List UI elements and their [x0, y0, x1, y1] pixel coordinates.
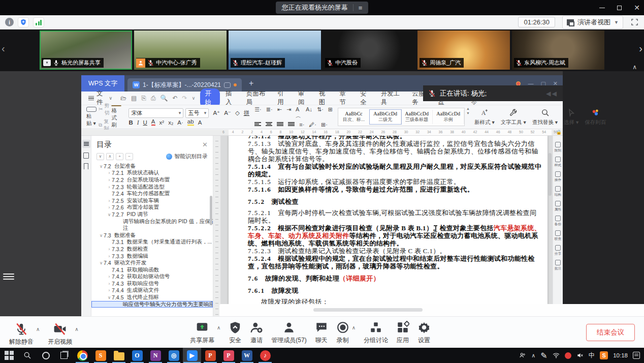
sidebar-tool-分享[interactable]: 分享 [554, 245, 562, 256]
开启视频-button[interactable]: 开启视频∧ [45, 318, 81, 346]
shield-icon[interactable] [18, 17, 29, 27]
smart-toc-button[interactable]: 智能识别目录 [166, 153, 208, 160]
align-center-icon[interactable] [266, 122, 272, 128]
taskbar-search-icon[interactable] [18, 348, 37, 363]
vertical-ruler[interactable] [213, 136, 221, 316]
distribute-icon[interactable]: ≡· [299, 122, 304, 128]
numbering-icon[interactable]: ≣· [266, 106, 273, 120]
font-name-select[interactable]: 宋体▾ [128, 108, 183, 118]
管理成员(57)-button[interactable]: 管理成员(57) [268, 317, 309, 345]
view-mode-selector[interactable]: 演讲者视图 ▼ [562, 16, 623, 29]
collapse-videos-icon[interactable]: ∧ [632, 64, 637, 71]
style-card[interactable]: AaBbCcDd二级无 [370, 110, 401, 124]
outline-scrollbar[interactable] [210, 196, 212, 225]
outline-toggle-icon[interactable]: ∨ [107, 212, 112, 217]
highlight-icon[interactable]: ab [187, 119, 194, 126]
scroll-left-icon[interactable]: ‹ [2, 43, 5, 54]
grow-font-icon[interactable]: A⁺ [213, 109, 220, 116]
align-left-icon[interactable] [254, 122, 261, 128]
wifi-icon[interactable] [553, 352, 560, 359]
outline-toggle-icon[interactable]: › [107, 170, 112, 175]
style-up-icon[interactable]: ▲ [466, 107, 470, 110]
outline-item[interactable]: ∨7.2.7PID 调节 [91, 211, 213, 218]
taskbar-word-icon[interactable]: W [238, 348, 256, 363]
underline-icon[interactable]: U [143, 119, 147, 126]
undo-icon[interactable]: ↶ [173, 95, 178, 102]
border-icon[interactable]: ⊞· [321, 122, 328, 128]
participant-tile[interactable]: 中汽股份 [323, 31, 415, 70]
end-meeting-button[interactable]: 结束会议 [586, 324, 635, 341]
banner-menu-icon[interactable]: ≡ [359, 5, 363, 11]
outline-item[interactable]: 7.4.1获取频响函数 [91, 266, 213, 274]
chevron-up-icon[interactable]: ∧ [36, 326, 40, 332]
outline-item[interactable]: ∨7.4.5迭代终止指标 [91, 294, 213, 301]
outline-item[interactable]: ›7.4.4生成驱动文件 [91, 287, 213, 294]
scroll-right-icon[interactable]: › [639, 43, 642, 54]
increase-indent-icon[interactable]: ⇥ [286, 106, 291, 120]
outline-toggle-icon[interactable]: › [107, 274, 112, 279]
outline-item[interactable]: 7.2.4车轮力传感器配置 [91, 190, 213, 197]
font-color-icon[interactable]: A [151, 119, 155, 126]
安全-button[interactable]: 安全 [226, 317, 245, 345]
sogou-tray-icon[interactable]: S [600, 351, 608, 359]
info-icon[interactable]: i [5, 18, 14, 26]
应用-button[interactable]: 应用 [393, 317, 412, 345]
subscript-icon[interactable]: x₂ [168, 119, 173, 126]
notification-center-icon[interactable] [633, 352, 640, 359]
录制-button[interactable]: 录制∧ [333, 317, 359, 345]
style-down-icon[interactable]: ▼ [466, 111, 470, 115]
bookmark-pane-icon[interactable] [84, 163, 88, 169]
chevron-up-icon[interactable]: ∧ [352, 325, 356, 330]
align-right-icon[interactable] [277, 122, 283, 128]
sidebar-tool-操作[interactable]: 操作 [554, 171, 562, 183]
outline-item[interactable]: ›7.4.2获取起始驱动信号 [91, 274, 213, 281]
outline-item[interactable]: ∨7.4驱动文件开发 [91, 259, 213, 266]
table-icon[interactable]: ⊞ [328, 106, 333, 120]
taskbar-onenote-icon[interactable]: N [146, 348, 165, 363]
sidebar-tool-样式[interactable]: 样式 [554, 157, 562, 168]
participant-tile[interactable]: 周德泉_广汽 [417, 31, 510, 70]
taskbar-powerpoint-icon[interactable]: P [201, 348, 219, 363]
sidebar-tool-批注[interactable]: 批注 [554, 260, 562, 271]
邀请-button[interactable]: 邀请 [247, 317, 266, 345]
sidebar-tool-备份[interactable]: 备份 [554, 216, 562, 227]
watching-banner[interactable]: 您正在观看杨光的屏幕 ≡ [276, 2, 369, 14]
minimize-icon[interactable] [599, 8, 605, 8]
font-size-select[interactable]: 五号▾ [185, 108, 209, 118]
comments-pane-icon[interactable] [83, 153, 89, 159]
red-tray-icon[interactable] [565, 352, 571, 359]
解除静音-button[interactable]: 解除静音∧ [6, 318, 43, 346]
sidebar-toggle-icon[interactable] [3, 272, 14, 282]
document-page[interactable]: 7.5.1.2播放驱动文件程序，开展整车耐久性试验。7.5.1.3试验宜对底盘、… [229, 136, 548, 316]
shading-icon[interactable]: 🖉· [309, 122, 316, 128]
line-spacing-icon[interactable]: ⇅· [317, 106, 324, 120]
outline-toggle-icon[interactable]: › [107, 247, 112, 252]
outline-item[interactable]: 响应信号中轴头六分力信号为主要响应... [91, 301, 213, 308]
justify-icon[interactable] [288, 122, 295, 128]
chevron-up-icon[interactable]: ∧ [217, 325, 220, 330]
save-icon[interactable]: ▤ [131, 95, 137, 102]
text-effect-icon[interactable]: A· [177, 119, 183, 126]
outline-toggle-icon[interactable]: › [107, 177, 112, 183]
outline-toggle-icon[interactable]: › [107, 198, 112, 203]
outline-item[interactable]: ›7.2.2台架系统现场布置 [91, 176, 213, 184]
outline-close-icon[interactable]: ✕ [202, 141, 208, 148]
volume-muted-icon[interactable] [576, 352, 584, 359]
outline-item[interactable]: ›7.4.3获取响应信号 [91, 280, 213, 287]
more-icon[interactable]: ∨ [192, 96, 196, 101]
new-tab-button[interactable]: + [249, 79, 253, 88]
char-scale-icon[interactable]: A︿ [296, 106, 301, 120]
选择-button[interactable]: 选择 ▾ [561, 107, 582, 127]
char-border-icon[interactable]: A [198, 119, 202, 126]
open-icon[interactable]: 🗁 [120, 95, 126, 102]
outline-item[interactable]: ›7.3.3数据编辑 [91, 253, 213, 260]
outline-toggle-icon[interactable]: › [107, 205, 112, 210]
decrease-indent-icon[interactable]: ⇤ [277, 106, 282, 120]
查找替换-button[interactable]: 查找替换 ▾ [529, 107, 561, 127]
style-card[interactable]: AaBbCcDd示例 [433, 110, 464, 124]
outline-item[interactable]: ›7.2.6布置冷却装置 [91, 204, 213, 211]
taskbar-file-explorer-icon[interactable] [110, 348, 128, 363]
pinyin-icon[interactable]: 拼 [244, 109, 250, 117]
outline-item[interactable]: ›7.2.5安装试验车辆 [91, 197, 213, 204]
horizontal-ruler[interactable]: 6422468101214161820222426283032343638404… [81, 130, 563, 136]
